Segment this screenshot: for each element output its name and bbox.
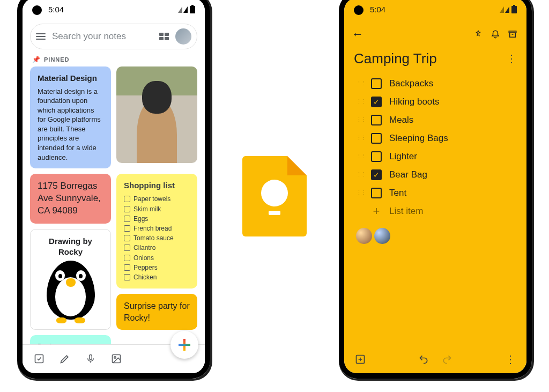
- note-title[interactable]: Camping Trip ⋮: [344, 47, 526, 75]
- checklist-item[interactable]: ⋮⋮Tent: [351, 184, 520, 202]
- status-bar: 5:04: [344, 0, 526, 21]
- pin-icon: 📌: [32, 56, 41, 63]
- checklist-item-label: Bear Bag: [389, 169, 427, 180]
- checklist-item-label: Meals: [389, 115, 413, 125]
- note-card-address[interactable]: 1175 Borregas Ave Sunnyvale, CA 94089: [30, 174, 111, 224]
- undo-icon[interactable]: [417, 353, 430, 366]
- drag-handle-icon[interactable]: ⋮⋮: [356, 98, 363, 105]
- search-bar[interactable]: Search your notes: [30, 24, 197, 49]
- checkbox[interactable]: [371, 188, 382, 198]
- status-time: 5:04: [48, 5, 64, 14]
- keep-app-icon: [242, 156, 307, 236]
- lightbulb-icon: [261, 180, 288, 206]
- pinned-section-label: 📌 PINNED: [23, 56, 205, 66]
- drag-handle-icon[interactable]: ⋮⋮: [356, 80, 363, 87]
- new-list-icon[interactable]: [33, 353, 45, 365]
- archive-icon[interactable]: [506, 28, 519, 41]
- note-card-material-design[interactable]: Material Design Material design is a fou…: [30, 66, 111, 169]
- status-signal-icons: [178, 6, 195, 13]
- bottom-toolbar: [23, 344, 205, 373]
- note-card-shopping-list[interactable]: Shopping list Paper towels Skim milk Egg…: [116, 174, 197, 289]
- shopping-checklist: Paper towels Skim milk Eggs French bread…: [124, 194, 190, 282]
- reminder-icon[interactable]: [489, 28, 502, 41]
- drag-handle-icon[interactable]: ⋮⋮: [356, 153, 363, 160]
- camera-cutout: [354, 5, 363, 15]
- menu-icon[interactable]: [36, 33, 46, 40]
- note-card-drawing[interactable]: Drawing by Rocky: [30, 229, 111, 330]
- collaborator-avatar[interactable]: [374, 228, 390, 244]
- svg-rect-0: [35, 355, 43, 363]
- dog-photo: [116, 66, 197, 163]
- phone-notes-grid: 5:04 Search your notes 📌 PINNED Material…: [17, 0, 210, 379]
- back-icon[interactable]: ←: [352, 27, 363, 41]
- checklist-item-label: Sleeping Bags: [389, 133, 448, 144]
- checklist-item-label: Backpacks: [389, 78, 433, 89]
- note-toolbar: ←: [344, 21, 526, 47]
- drag-handle-icon[interactable]: ⋮⋮: [356, 135, 363, 142]
- checklist-item[interactable]: ⋮⋮Lighter: [351, 147, 520, 166]
- checklist-item[interactable]: ⋮⋮Backpacks: [351, 75, 520, 93]
- add-box-icon[interactable]: [354, 353, 367, 366]
- more-icon[interactable]: ⋮: [506, 52, 517, 65]
- overflow-icon[interactable]: ⋮: [504, 353, 517, 366]
- note-card-dog-image[interactable]: [116, 66, 197, 163]
- collaborator-avatar[interactable]: [356, 228, 372, 244]
- checkbox[interactable]: ✓: [371, 169, 382, 180]
- drag-handle-icon[interactable]: ⋮⋮: [356, 189, 363, 196]
- note-card-surprise[interactable]: Surprise party for Rocky!: [116, 294, 197, 330]
- checklist-item[interactable]: ⋮⋮✓Hiking boots: [351, 93, 520, 111]
- penguin-drawing: [47, 261, 95, 320]
- plus-icon: [179, 339, 190, 351]
- new-audio-icon[interactable]: [85, 353, 97, 365]
- checklist-item[interactable]: ⋮⋮Sleeping Bags: [351, 129, 520, 147]
- drag-handle-icon[interactable]: ⋮⋮: [356, 116, 363, 123]
- search-placeholder: Search your notes: [52, 31, 153, 42]
- new-image-icon[interactable]: [110, 353, 122, 365]
- checkbox[interactable]: [371, 115, 382, 125]
- checklist-item-label: Tent: [389, 188, 406, 198]
- status-bar: 5:04: [23, 0, 205, 21]
- note-bottom-toolbar: ⋮: [344, 345, 526, 373]
- checklist-item[interactable]: ⋮⋮Meals: [351, 111, 520, 129]
- add-list-item[interactable]: +List item: [351, 202, 520, 220]
- status-signal-icons: [500, 6, 517, 13]
- checkbox[interactable]: [371, 78, 382, 89]
- collaborators[interactable]: [344, 220, 526, 252]
- svg-rect-4: [509, 31, 516, 33]
- pin-icon[interactable]: [472, 28, 485, 41]
- checkbox[interactable]: [371, 151, 382, 162]
- plus-icon: +: [371, 206, 382, 217]
- svg-point-3: [114, 357, 116, 358]
- drag-handle-icon[interactable]: ⋮⋮: [356, 171, 363, 178]
- checkbox[interactable]: ✓: [371, 97, 382, 107]
- svg-rect-1: [90, 355, 92, 360]
- checklist-item-label: Lighter: [389, 151, 417, 162]
- note-card-books[interactable]: Books: [30, 335, 111, 344]
- view-toggle-icon[interactable]: [159, 33, 169, 40]
- redo-icon[interactable]: [441, 353, 454, 366]
- checkbox[interactable]: [371, 133, 382, 144]
- new-drawing-icon[interactable]: [59, 353, 71, 365]
- camera-cutout: [32, 5, 42, 15]
- phone-note-detail: 5:04 ← Camping Trip ⋮ ⋮⋮Ba: [339, 0, 532, 379]
- new-note-fab[interactable]: [170, 331, 198, 359]
- checklist-item-label: Hiking boots: [389, 97, 440, 107]
- status-time: 5:04: [370, 5, 385, 14]
- checklist-item[interactable]: ⋮⋮✓Bear Bag: [351, 166, 520, 184]
- account-avatar[interactable]: [175, 28, 191, 45]
